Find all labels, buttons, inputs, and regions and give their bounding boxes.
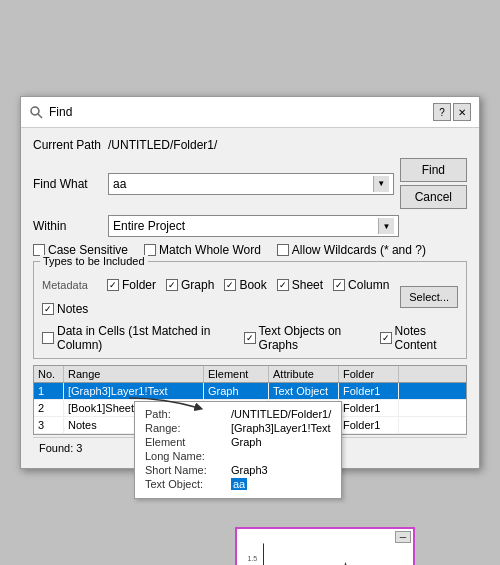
results-table: No. Range Element Attribute Folder 1 [Gr… [33, 365, 467, 435]
notes-content-cb[interactable] [380, 332, 392, 344]
cell-no: 3 [34, 417, 64, 433]
mini-graph-svg: 0.0 0.5 1.0 1.5 0 5 10 15 20 25 [243, 535, 407, 565]
graph-label: Graph [181, 278, 214, 292]
found-count: Found: 3 [39, 442, 82, 454]
table-header: No. Range Element Attribute Folder [34, 366, 466, 383]
allow-wildcards-check[interactable]: Allow Wildcards (* and ?) [277, 243, 426, 257]
sheet-cb[interactable] [277, 279, 289, 291]
cell-element: Graph [204, 383, 269, 399]
tooltip-textobject-label: Text Object: [145, 478, 225, 490]
sheet-check[interactable]: Sheet [277, 278, 323, 292]
tooltip-range-row: Range: [Graph3]Layer1!Text [145, 422, 331, 434]
title-bar-left: Find [29, 105, 72, 119]
cell-no: 1 [34, 383, 64, 399]
current-path-row: Current Path /UNTITLED/Folder1/ [33, 138, 467, 152]
select-button[interactable]: Select... [400, 286, 458, 308]
bottom-checks: Data in Cells (1st Matched in Column) Te… [42, 324, 458, 352]
data-in-cells-check[interactable]: Data in Cells (1st Matched in Column) [42, 324, 228, 352]
table-body: 1 [Graph3]Layer1!Text Graph Text Object … [34, 383, 466, 434]
title-buttons: ? ✕ [433, 103, 471, 121]
col-folder: Folder [339, 366, 399, 382]
tooltip-path-value: /UNTITLED/Folder1/ [231, 408, 331, 420]
sheet-label: Sheet [292, 278, 323, 292]
within-combo[interactable]: Entire Project ▼ [108, 215, 399, 237]
cell-folder: Folder1 [339, 383, 399, 399]
tooltip-longname-row: Long Name: [145, 450, 331, 462]
help-button[interactable]: ? [433, 103, 451, 121]
tooltip-range-label: Range: [145, 422, 225, 434]
book-cb[interactable] [224, 279, 236, 291]
allow-wildcards-cb[interactable] [277, 244, 289, 256]
tooltip-textobject-value: aa [231, 478, 247, 490]
within-row: Within Entire Project ▼ [33, 215, 467, 237]
notes-check[interactable]: Notes [42, 302, 88, 316]
allow-wildcards-label: Allow Wildcards (* and ?) [292, 243, 426, 257]
column-check[interactable]: Column [333, 278, 389, 292]
types-group: Types to be Included Metadata Folder Gra… [33, 261, 467, 359]
graph-cb[interactable] [166, 279, 178, 291]
folder-label: Folder [122, 278, 156, 292]
tooltip-element-value: Graph [231, 436, 262, 448]
tooltip-longname-label: Long Name: [145, 450, 225, 462]
find-button[interactable]: Find [400, 158, 467, 182]
within-value: Entire Project [113, 219, 378, 233]
notes-content-label: Notes Content [395, 324, 458, 352]
types-group-label: Types to be Included [40, 255, 148, 267]
tooltip-shortname-row: Short Name: Graph3 [145, 464, 331, 476]
table-row[interactable]: 1 [Graph3]Layer1!Text Graph Text Object … [34, 383, 466, 400]
data-in-cells-label: Data in Cells (1st Matched in Column) [57, 324, 228, 352]
text-objects-cb[interactable] [244, 332, 256, 344]
notes-cb[interactable] [42, 303, 54, 315]
title-bar: Find ? ✕ [21, 97, 479, 128]
graph-check[interactable]: Graph [166, 278, 214, 292]
col-attribute: Attribute [269, 366, 339, 382]
folder-cb[interactable] [107, 279, 119, 291]
book-label: Book [239, 278, 266, 292]
folder-check[interactable]: Folder [107, 278, 156, 292]
tooltip-textobject-row: Text Object: aa [145, 478, 331, 490]
text-objects-check[interactable]: Text Objects on Graphs [244, 324, 364, 352]
metadata-label: Metadata [42, 279, 97, 291]
mini-graph-preview: ─ 0.0 0.5 1.0 1.5 0 5 [235, 527, 415, 565]
col-element: Element [204, 366, 269, 382]
find-what-row: Find What aa ▼ Find Cancel [33, 158, 467, 209]
svg-line-1 [38, 114, 42, 118]
graph-collapse-button[interactable]: ─ [395, 531, 411, 543]
types-row: Metadata Folder Graph Book [42, 278, 400, 316]
data-in-cells-cb[interactable] [42, 332, 54, 344]
cell-attribute: Text Object [269, 383, 339, 399]
tooltip-arrow [124, 393, 204, 423]
svg-point-0 [31, 107, 39, 115]
tooltip-shortname-value: Graph3 [231, 464, 268, 476]
within-label: Within [33, 219, 108, 233]
match-whole-word-check[interactable]: Match Whole Word [144, 243, 261, 257]
find-what-input[interactable]: aa ▼ [108, 173, 394, 195]
svg-text:1.5: 1.5 [247, 555, 257, 563]
find-buttons: Find Cancel [400, 158, 467, 209]
cell-folder: Folder1 [339, 417, 399, 433]
find-dialog: Find ? ✕ Current Path /UNTITLED/Folder1/… [20, 96, 480, 469]
column-label: Column [348, 278, 389, 292]
col-range: Range [64, 366, 204, 382]
dialog-title: Find [49, 105, 72, 119]
current-path-label: Current Path [33, 138, 108, 152]
notes-content-check[interactable]: Notes Content [380, 324, 458, 352]
find-what-label: Find What [33, 177, 108, 191]
column-cb[interactable] [333, 279, 345, 291]
find-icon [29, 105, 43, 119]
dialog-content: Current Path /UNTITLED/Folder1/ Find Wha… [21, 128, 479, 468]
notes-label: Notes [57, 302, 88, 316]
cancel-button[interactable]: Cancel [400, 185, 467, 209]
tooltip-range-value: [Graph3]Layer1!Text [231, 422, 331, 434]
tooltip-element-label: Element [145, 436, 225, 448]
text-objects-label: Text Objects on Graphs [259, 324, 364, 352]
book-check[interactable]: Book [224, 278, 266, 292]
cell-no: 2 [34, 400, 64, 416]
find-what-dropdown[interactable]: ▼ [373, 176, 389, 192]
find-what-value: aa [113, 177, 373, 191]
col-no: No. [34, 366, 64, 382]
within-dropdown[interactable]: ▼ [378, 218, 394, 234]
tooltip-element-row: Element Graph [145, 436, 331, 448]
tooltip-shortname-label: Short Name: [145, 464, 225, 476]
close-button[interactable]: ✕ [453, 103, 471, 121]
